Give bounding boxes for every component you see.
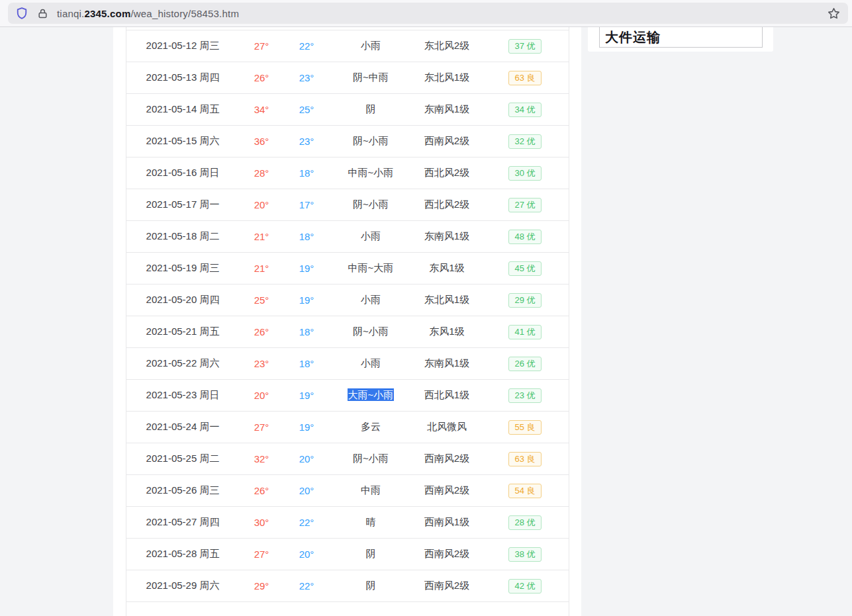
row-date: 2021-05-28 周五 xyxy=(126,548,239,560)
weather-text: 大雨~小雨 xyxy=(348,388,395,401)
row-high-temp: 21° xyxy=(239,263,284,274)
table-row: 2021-05-28 周五 27° 20° 阴 西南风2级 38 优 xyxy=(126,539,569,570)
row-low-temp: 23° xyxy=(284,72,329,83)
row-date: 2021-05-25 周二 xyxy=(126,453,239,465)
row-date: 2021-05-14 周五 xyxy=(126,103,239,116)
table-row: 2021-05-27 周四 30° 22° 晴 西南风1级 28 优 xyxy=(126,507,569,539)
lock-icon[interactable] xyxy=(37,8,48,19)
bookmark-star-icon[interactable] xyxy=(827,7,841,21)
row-high-temp: 20° xyxy=(239,199,284,210)
row-wind: 北风微风 xyxy=(412,421,481,433)
row-weather: 多云 xyxy=(329,421,412,433)
row-wind: 东风1级 xyxy=(412,326,481,338)
row-weather: 阴 xyxy=(329,548,412,560)
row-weather: 大雨~小雨 xyxy=(329,389,412,402)
row-high-temp: 26° xyxy=(239,72,284,83)
row-date: 2021-05-13 周四 xyxy=(126,71,239,84)
table-row: 2021-05-13 周四 26° 23° 阴~中雨 东北风1级 63 良 xyxy=(126,62,569,94)
row-aqi: 63 良 xyxy=(481,452,569,466)
row-wind: 东北风2级 xyxy=(412,40,481,52)
row-aqi: 30 优 xyxy=(481,166,569,181)
tracking-protection-shield-icon[interactable] xyxy=(15,7,28,20)
weather-text: 中雨~大雨 xyxy=(348,262,394,273)
row-low-temp: 22° xyxy=(284,517,329,528)
url-bar[interactable]: tianqi.2345.com/wea_history/58453.htm xyxy=(8,3,848,24)
row-high-temp: 29° xyxy=(239,580,284,592)
row-weather: 阴~小雨 xyxy=(329,453,412,465)
row-low-temp: 25° xyxy=(284,104,329,115)
row-low-temp: 19° xyxy=(284,390,329,401)
row-weather: 小雨 xyxy=(329,230,412,243)
row-high-temp: 26° xyxy=(239,485,284,496)
row-low-temp: 20° xyxy=(284,485,329,496)
row-date: 2021-05-17 周一 xyxy=(126,198,239,211)
table-row: 2021-05-20 周四 25° 19° 小雨 东北风1级 29 优 xyxy=(126,285,569,316)
sidebar-ad-box[interactable]: 大件运输 xyxy=(599,27,763,48)
table-row: 2021-05-14 周五 34° 25° 阴 东南风1级 34 优 xyxy=(126,94,569,126)
row-high-temp: 36° xyxy=(239,136,284,147)
row-wind: 西南风2级 xyxy=(412,484,481,497)
row-date: 2021-05-15 周六 xyxy=(126,135,239,148)
row-weather: 阴~小雨 xyxy=(329,135,412,148)
aqi-badge: 32 优 xyxy=(508,134,541,149)
row-weather: 阴~小雨 xyxy=(329,326,412,338)
table-row: 2021-05-26 周三 26° 20° 中雨 西南风2级 54 良 xyxy=(126,475,569,507)
aqi-badge: 63 良 xyxy=(508,71,541,85)
aqi-badge: 34 优 xyxy=(508,103,541,117)
row-weather: 中雨~小雨 xyxy=(329,167,412,179)
table-row: 2021-05-16 周日 28° 18° 中雨~小雨 西北风2级 30 优 xyxy=(126,157,569,189)
row-low-temp: 18° xyxy=(284,358,329,369)
row-date: 2021-05-12 周三 xyxy=(126,40,239,52)
row-aqi: 23 优 xyxy=(481,388,569,403)
row-aqi: 42 优 xyxy=(481,579,569,594)
row-low-temp: 23° xyxy=(284,136,329,147)
aqi-badge: 42 优 xyxy=(508,579,541,594)
table-row: 2021-05-23 周日 20° 19° 大雨~小雨 西北风1级 23 优 xyxy=(126,380,569,412)
row-high-temp: 34° xyxy=(239,104,284,115)
row-aqi: 45 优 xyxy=(481,261,569,276)
table-row: 2021-05-15 周六 36° 23° 阴~小雨 西南风2级 32 优 xyxy=(126,126,569,157)
table-row: 2021-05-22 周六 23° 18° 小雨 东南风1级 26 优 xyxy=(126,348,569,380)
row-weather: 阴 xyxy=(329,580,412,592)
row-high-temp: 27° xyxy=(239,421,284,433)
table-row: 2021-05-18 周二 21° 18° 小雨 东南风1级 48 优 xyxy=(126,221,569,253)
row-low-temp: 19° xyxy=(284,263,329,274)
row-aqi: 41 优 xyxy=(481,325,569,339)
row-wind: 西南风2级 xyxy=(412,548,481,560)
row-wind: 东南风1级 xyxy=(412,230,481,243)
aqi-badge: 45 优 xyxy=(508,261,541,276)
row-weather: 中雨~大雨 xyxy=(329,262,412,275)
row-low-temp: 22° xyxy=(284,580,329,592)
row-date: 2021-05-18 周二 xyxy=(126,230,239,243)
row-weather: 阴~小雨 xyxy=(329,198,412,211)
row-aqi: 38 优 xyxy=(481,547,569,562)
row-aqi: 28 优 xyxy=(481,515,569,530)
row-aqi: 34 优 xyxy=(481,103,569,117)
aqi-badge: 54 良 xyxy=(508,484,541,498)
weather-text: 阴~小雨 xyxy=(353,135,389,146)
row-high-temp: 23° xyxy=(239,358,284,369)
row-aqi: 27 优 xyxy=(481,198,569,212)
url-domain: 2345.com xyxy=(84,8,130,19)
table-row: 2021-05-12 周三 27° 22° 小雨 东北风2级 37 优 xyxy=(126,30,569,62)
weather-text: 中雨 xyxy=(361,484,381,496)
row-date: 2021-05-27 周四 xyxy=(126,516,239,529)
row-weather: 小雨 xyxy=(329,294,412,306)
main-content-panel: 2021-05-12 周三 27° 22° 小雨 东北风2级 37 优 2021… xyxy=(113,27,581,616)
aqi-badge: 41 优 xyxy=(508,325,541,339)
row-date: 2021-05-22 周六 xyxy=(126,357,239,370)
row-wind: 西南风2级 xyxy=(412,580,481,592)
row-wind: 西南风2级 xyxy=(412,453,481,465)
row-wind: 西南风2级 xyxy=(412,135,481,148)
row-aqi: 54 良 xyxy=(481,484,569,498)
row-high-temp: 32° xyxy=(239,453,284,464)
table-row: 2021-05-24 周一 27° 19° 多云 北风微风 55 良 xyxy=(126,412,569,443)
row-wind: 东南风1级 xyxy=(412,357,481,370)
sidebar-ad-title: 大件运输 xyxy=(605,28,661,46)
weather-text: 晴 xyxy=(366,516,376,527)
weather-text: 小雨 xyxy=(361,230,381,242)
row-weather: 阴 xyxy=(329,103,412,116)
row-wind: 西南风1级 xyxy=(412,516,481,529)
row-wind: 东风1级 xyxy=(412,262,481,275)
weather-text: 中雨~小雨 xyxy=(348,167,394,178)
